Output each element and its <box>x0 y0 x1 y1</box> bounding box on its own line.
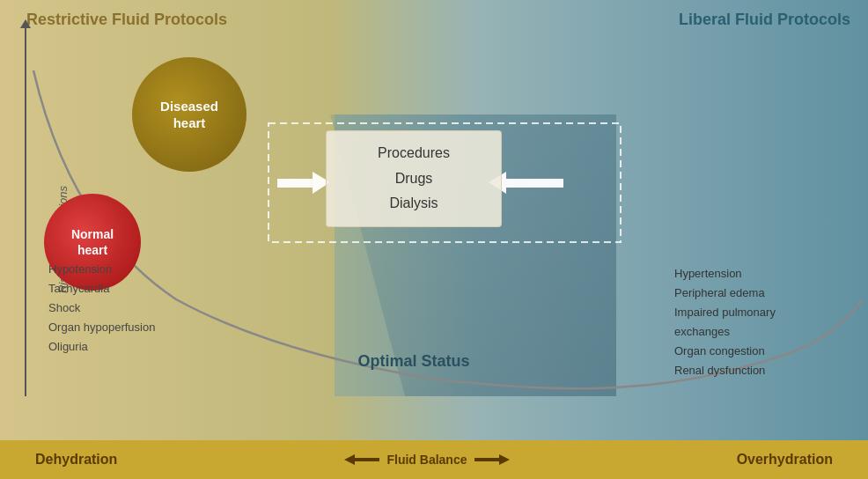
complication-organ-hypoperfusion: Organ hypoperfusion <box>48 318 155 337</box>
complication-peripheral-edema: Peripheral edema <box>674 284 850 303</box>
svg-marker-4 <box>277 172 330 194</box>
complication-oliguria: Oliguria <box>48 337 155 357</box>
fluid-balance-label: Fluid Balance <box>386 453 467 467</box>
diseased-heart-circle: Diseased heart <box>132 57 246 172</box>
complication-hypertension: Hypertension <box>674 264 850 284</box>
complication-hypotension: Hypotension <box>48 260 155 279</box>
normal-heart-label: Normal heart <box>71 226 114 258</box>
left-arrow-icon <box>344 453 379 467</box>
fluid-balance-center: Fluid Balance <box>344 453 509 467</box>
optimal-status-label: Optimal Status <box>326 352 502 371</box>
complication-shock: Shock <box>48 298 155 318</box>
svg-marker-6 <box>344 454 379 465</box>
complication-exchanges: exchanges <box>674 322 850 342</box>
bottom-bar: Dehydration Fluid Balance Overhydration <box>0 440 868 479</box>
right-arrow-icon <box>474 453 510 467</box>
complication-organ-congestion: Organ congestion <box>674 342 850 361</box>
header-left-label: Restrictive Fluid Protocols <box>26 11 227 29</box>
dehydration-label: Dehydration <box>35 452 117 468</box>
main-container: Restrictive Fluid Protocols Liberal Flui… <box>0 0 868 479</box>
svg-marker-7 <box>474 454 510 465</box>
diseased-heart-label: Diseased heart <box>160 98 218 132</box>
complication-impaired-pulmonary: Impaired pulmonary <box>674 303 850 322</box>
complication-renal-dysfunction: Renal dysfunction <box>674 361 850 380</box>
header-right-label: Liberal Fluid Protocols <box>679 11 850 29</box>
y-axis-arrow <box>25 26 26 396</box>
right-complications: Hypertension Peripheral edema Impaired p… <box>674 264 850 381</box>
procedures-text: Procedures Drugs Dialysis <box>378 141 450 217</box>
procedures-box: Procedures Drugs Dialysis <box>326 130 502 227</box>
left-complications: Hypotension Tachycardia Shock Organ hypo… <box>48 260 155 357</box>
overhydration-label: Overhydration <box>737 452 833 468</box>
complication-tachycardia: Tachycardia <box>48 279 155 298</box>
